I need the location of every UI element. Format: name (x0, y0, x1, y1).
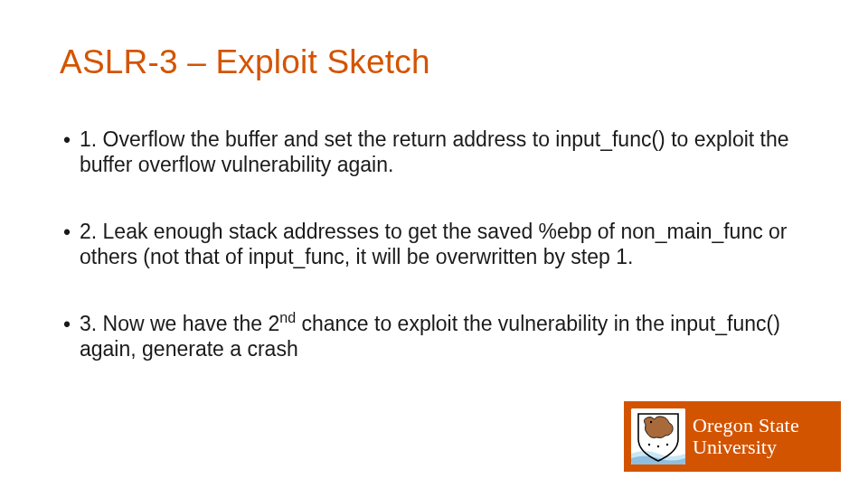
bullet-item: • 3. Now we have the 2nd chance to explo… (63, 311, 805, 361)
bullet-text: 2. Leak enough stack addresses to get th… (80, 219, 805, 269)
slide-body: • 1. Overflow the buffer and set the ret… (63, 127, 805, 403)
bullet-item: • 2. Leak enough stack addresses to get … (63, 219, 805, 269)
osu-logo-text: Oregon State University (693, 416, 799, 458)
svg-point-3 (657, 446, 659, 447)
bullet-item: • 1. Overflow the buffer and set the ret… (63, 127, 805, 177)
bullet-text: 1. Overflow the buffer and set the retur… (80, 127, 805, 177)
osu-logo-line2: University (693, 437, 799, 457)
svg-point-2 (648, 444, 650, 446)
svg-point-4 (666, 444, 668, 446)
osu-logo: Oregon State University (624, 401, 841, 472)
bullet-dot-icon: • (63, 127, 80, 153)
bullet-dot-icon: • (63, 312, 80, 337)
slide-title: ASLR-3 – Exploit Sketch (60, 43, 430, 81)
bullet-text: 3. Now we have the 2nd chance to exploit… (80, 311, 805, 361)
svg-point-1 (650, 421, 652, 423)
osu-logo-line1: Oregon State (693, 416, 799, 436)
osu-seal-icon (631, 408, 685, 465)
bullet-dot-icon: • (63, 220, 80, 245)
